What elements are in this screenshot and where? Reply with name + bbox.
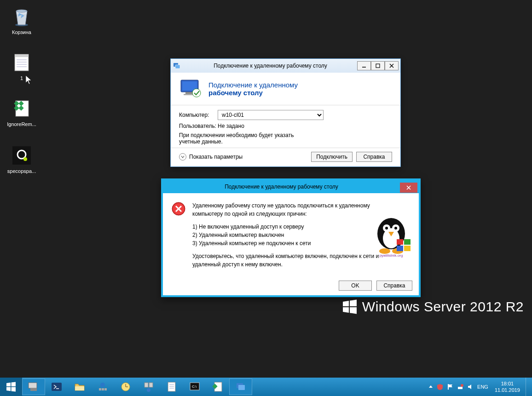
desktop-icon-recycle-bin[interactable]: Корзина xyxy=(4,6,40,35)
svg-rect-44 xyxy=(404,246,411,251)
tray-show-hidden-icon[interactable] xyxy=(428,385,433,389)
taskbar-powershell[interactable] xyxy=(45,379,68,395)
svg-point-60 xyxy=(147,388,150,392)
tray-language[interactable]: ENG xyxy=(477,384,488,390)
tray-flag-icon[interactable] xyxy=(447,384,453,390)
error-outro: Удостоверьтесь, что удаленный компьютер … xyxy=(192,252,395,269)
rdp-form: Компьютер: w10-cl01 Пользователь: Не зад… xyxy=(171,105,400,148)
error-help-button[interactable]: Справка xyxy=(376,281,412,291)
desktop-icon-label: Корзина xyxy=(4,29,40,35)
svg-rect-59 xyxy=(149,383,153,387)
error-intro: Удаленному рабочему столу не удалось под… xyxy=(192,201,395,218)
error-reason-1: 1) Не включен удаленный доступ к серверу xyxy=(192,223,395,231)
rdp-hero: Подключение к удаленному рабочему столу xyxy=(171,73,400,105)
desktop-icon-notepad-1[interactable]: 1 xyxy=(4,52,40,81)
tray-clock[interactable]: 18:01 11.01.2019 xyxy=(495,380,520,394)
svg-rect-50 xyxy=(75,386,84,390)
tray-time: 18:01 xyxy=(495,380,520,387)
error-ok-button[interactable]: OK xyxy=(339,281,372,291)
svg-rect-53 xyxy=(102,388,104,390)
svg-rect-43 xyxy=(397,246,403,251)
desktop-icon-label: specopspa... xyxy=(4,168,40,174)
rdp-hero-icon xyxy=(179,79,202,98)
user-label: Пользователь: xyxy=(179,123,212,129)
svg-rect-71 xyxy=(448,384,449,390)
svg-rect-70 xyxy=(238,385,245,390)
connect-button[interactable]: Подключить xyxy=(311,152,353,162)
rdp-hero-line2: рабочему столу xyxy=(208,89,298,97)
svg-rect-72 xyxy=(458,387,463,389)
error-titlebar[interactable]: Подключение к удаленному рабочему столу xyxy=(163,180,419,193)
window-close-button[interactable] xyxy=(385,61,399,70)
help-button[interactable]: Справка xyxy=(356,152,392,162)
svg-text:pyatilistnik.org: pyatilistnik.org xyxy=(380,253,403,258)
taskbar-cmd[interactable]: C:\ xyxy=(183,379,206,395)
svg-point-51 xyxy=(100,383,105,387)
error-reason-2: 2) Удаленный компьютер выключен xyxy=(192,231,395,239)
windows-logo-icon xyxy=(342,299,358,315)
error-title: Подключение к удаленному рабочему столу xyxy=(163,184,400,190)
svg-rect-13 xyxy=(12,146,31,165)
rdp-hero-line1: Подключение к удаленному xyxy=(208,81,298,89)
error-icon xyxy=(171,201,186,216)
error-close-button[interactable] xyxy=(400,183,417,193)
svg-rect-3 xyxy=(15,54,29,57)
tray-security-icon[interactable] xyxy=(437,384,443,390)
mascot-image: pyatilistnik.org xyxy=(368,212,414,258)
svg-point-38 xyxy=(394,227,397,230)
tray-volume-icon[interactable] xyxy=(467,384,474,390)
taskbar-notepad[interactable] xyxy=(160,379,183,395)
svg-text:C:\: C:\ xyxy=(192,385,197,389)
rdp-titlebar[interactable]: Подключение к удаленному рабочему столу xyxy=(171,59,400,73)
taskbar-server-manager[interactable] xyxy=(22,379,45,395)
chevron-down-icon xyxy=(179,153,186,161)
show-desktop-button[interactable] xyxy=(526,378,529,396)
desktop-icon-ignorerem[interactable]: IgnoreRem... xyxy=(4,98,40,127)
svg-point-37 xyxy=(385,227,388,230)
rdp-window-title: Подключение к удаленному рабочему столу xyxy=(184,63,357,69)
taskbar-clock-icon[interactable] xyxy=(114,379,137,395)
reg-file-icon xyxy=(11,98,33,120)
taskbar-regedit[interactable] xyxy=(206,379,229,395)
notepad-file-icon xyxy=(11,52,33,74)
os-watermark-text: Windows Server 2012 R2 xyxy=(362,299,524,315)
show-options-label: Показать параметры xyxy=(189,154,243,160)
taskbar-file-explorer[interactable] xyxy=(68,379,91,395)
start-button[interactable] xyxy=(0,378,22,396)
mouse-cursor xyxy=(26,75,32,85)
desktop-icon-label: 1 xyxy=(4,75,40,81)
computer-select[interactable]: w10-cl01 xyxy=(218,110,324,120)
svg-rect-41 xyxy=(397,239,403,245)
rdp-error-dialog: Подключение к удаленному рабочему столу … xyxy=(161,178,421,297)
svg-rect-42 xyxy=(404,239,411,245)
rdp-titlebar-icon xyxy=(173,62,181,70)
svg-rect-61 xyxy=(168,382,175,391)
window-maximize-button[interactable] xyxy=(371,61,385,70)
svg-rect-47 xyxy=(30,388,37,391)
svg-rect-58 xyxy=(145,383,148,387)
svg-point-26 xyxy=(192,89,201,97)
rdp-credentials-note: При подключении необходимо будет указать… xyxy=(179,132,308,145)
show-options-toggle[interactable]: Показать параметры xyxy=(179,153,243,161)
desktop-icon-specopspa[interactable]: specopspa... xyxy=(4,144,40,174)
recycle-bin-icon xyxy=(11,6,33,28)
taskbar-dns-icon[interactable] xyxy=(137,379,160,395)
error-reason-3: 3) Удаленный компьютер не подключен к се… xyxy=(192,239,395,247)
taskbar: C:\ ENG 18:01 11.01.2019 xyxy=(0,378,532,396)
tray-network-muted-icon[interactable] xyxy=(457,384,463,390)
svg-rect-46 xyxy=(29,383,37,388)
os-watermark: Windows Server 2012 R2 xyxy=(342,299,524,315)
window-minimize-button[interactable] xyxy=(357,61,371,70)
computer-label: Компьютер: xyxy=(179,112,212,118)
svg-rect-17 xyxy=(175,65,180,69)
system-tray: ENG 18:01 11.01.2019 xyxy=(426,378,532,396)
svg-point-15 xyxy=(23,157,27,161)
taskbar-rdp[interactable] xyxy=(229,379,252,395)
svg-point-1 xyxy=(16,10,27,12)
taskbar-network-icon[interactable] xyxy=(91,379,114,395)
specops-icon xyxy=(11,144,33,166)
desktop-icon-label: IgnoreRem... xyxy=(4,121,40,127)
svg-rect-52 xyxy=(99,388,101,390)
rdp-connection-window: Подключение к удаленному рабочему столу … xyxy=(170,58,401,167)
tray-date: 11.01.2019 xyxy=(495,387,520,393)
